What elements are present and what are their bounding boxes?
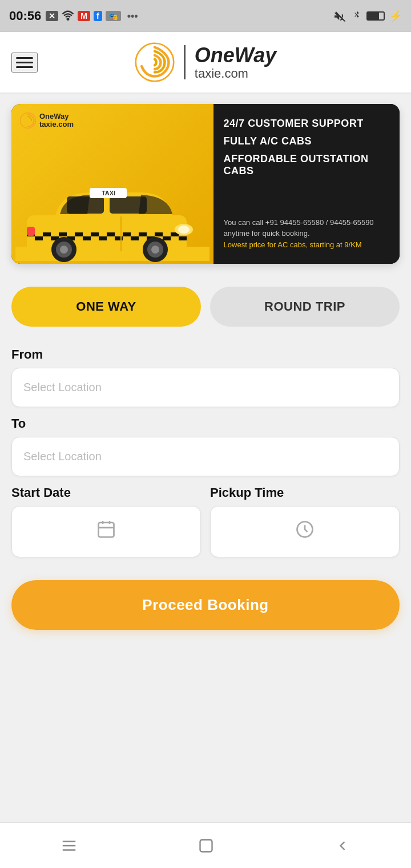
image-icon: 🎭 [106,11,121,21]
mute-icon [335,10,347,22]
logo-line1: OneWay [195,44,276,67]
svg-rect-14 [91,232,99,236]
pickup-time-label: Pickup Time [210,485,400,500]
svg-rect-40 [99,523,114,537]
svg-rect-12 [59,232,67,236]
taxi-car-image: TAXI [15,161,209,264]
svg-rect-11 [43,232,51,236]
bottom-navigation [0,822,411,868]
banner-right: 24/7 CUSTOMER SUPPORT FULLY A/C CABS AFF… [213,104,400,264]
nav-back-button[interactable] [335,838,350,854]
facebook-icon: f [94,11,102,21]
status-right: ⚡ [335,10,402,22]
svg-text:TAXI: TAXI [102,190,115,196]
promo-banner: OneWay taxie.com TAXI [11,104,400,264]
svg-rect-18 [155,232,163,236]
start-date-label: Start Date [11,485,201,500]
battery-icon [366,11,385,21]
trip-type-section: ONE WAY ROUND TRIP [0,287,411,327]
start-date-col: Start Date [11,485,201,557]
logo-divider [184,45,186,79]
to-label: To [11,416,400,431]
round-trip-button[interactable]: ROUND TRIP [210,287,400,327]
booking-form: From To Start Date Pickup Time [0,332,411,563]
status-left: 00:56 ✕ M f 🎭 ••• [9,9,141,23]
banner-features: 24/7 CUSTOMER SUPPORT FULLY A/C CABS AFF… [224,118,389,177]
status-bar: 00:56 ✕ M f 🎭 ••• [0,0,411,32]
time-display: 00:56 [9,9,41,23]
clock-icon [295,519,315,544]
from-label: From [11,347,400,362]
bluetooth-icon [352,10,362,22]
feature-3: AFFORDABLE OUTSTATION CABS [224,153,389,177]
svg-point-32 [178,226,190,234]
hamburger-button[interactable] [11,53,38,73]
logo-text: OneWay taxie.com [195,44,276,81]
hamburger-line-3 [16,66,33,68]
svg-rect-15 [107,232,115,236]
pickup-time-picker[interactable] [210,506,400,557]
svg-rect-33 [27,227,35,236]
nav-home-button[interactable] [198,838,214,854]
to-input[interactable] [11,437,400,476]
contact-line-2: anytime for quick booking. [224,228,389,239]
banner-logo-small: OneWay taxie.com [19,112,74,129]
mail-icon: M [78,11,90,21]
wifi-icon [62,10,74,22]
svg-rect-13 [75,232,83,236]
from-input[interactable] [11,368,400,407]
svg-point-36 [60,246,68,254]
banner-contact: You can call +91 94455-65580 / 94455-655… [224,217,389,251]
svg-rect-17 [139,232,147,236]
calendar-icon [96,519,116,544]
svg-rect-16 [123,232,131,236]
nav-menu-button[interactable] [61,837,78,854]
svg-rect-23 [83,236,91,240]
proceed-booking-button[interactable]: Proceed Booking [11,580,400,630]
charge-icon: ⚡ [389,10,402,22]
logo-line2: taxie.com [195,67,276,81]
banner-logo-text: OneWay taxie.com [39,112,74,129]
svg-point-0 [67,18,69,20]
proceed-section: Proceed Booking [0,563,411,641]
close-icon: ✕ [46,11,58,21]
svg-rect-48 [200,839,212,851]
svg-rect-24 [99,236,107,240]
feature-1: 24/7 CUSTOMER SUPPORT [224,118,389,130]
app-header: OneWay taxie.com [0,32,411,93]
banner-logo-symbol [19,112,37,129]
pickup-time-col: Pickup Time [210,485,400,557]
hamburger-line-2 [16,62,33,63]
logo-symbol [135,42,175,82]
contact-line-3: Lowest price for AC cabs, starting at 9/… [224,239,389,251]
date-time-row: Start Date Pickup Time [11,485,400,557]
contact-line-1: You can call +91 94455-65580 / 94455-655… [224,217,389,228]
svg-rect-28 [163,236,171,240]
svg-point-39 [151,246,159,254]
banner-left: OneWay taxie.com TAXI [11,104,213,264]
one-way-button[interactable]: ONE WAY [11,287,201,327]
svg-rect-26 [131,236,139,240]
logo: OneWay taxie.com [135,42,276,82]
svg-rect-29 [179,236,187,240]
feature-2: FULLY A/C CABS [224,135,389,147]
svg-rect-20 [35,236,43,240]
more-icon: ••• [124,10,141,23]
start-date-picker[interactable] [11,506,201,557]
notification-icons: ✕ M f 🎭 ••• [46,10,140,23]
hamburger-line-1 [16,57,33,59]
